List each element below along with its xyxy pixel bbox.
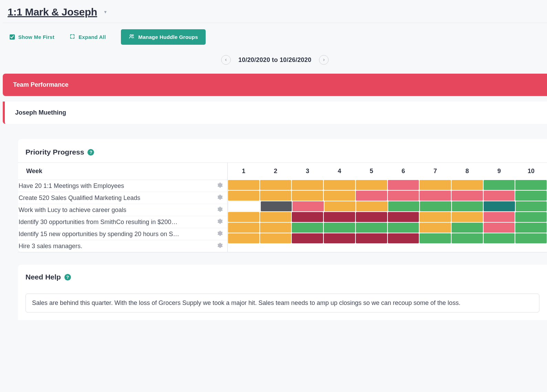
week-header-9: 9	[483, 163, 515, 180]
manage-huddle-groups-label: Manage Huddle Groups	[138, 34, 198, 40]
team-performance-section-header[interactable]: Team Performance	[3, 74, 547, 96]
heatmap-cell[interactable]	[388, 180, 419, 190]
help-icon[interactable]: ?	[87, 149, 94, 156]
priority-row-label[interactable]: Have 20 1:1 Meetings with Employees	[19, 182, 124, 190]
heatmap-row	[228, 233, 547, 244]
need-help-textbox[interactable]: Sales are behind this quarter. With the …	[25, 294, 539, 312]
heatmap-cell[interactable]	[515, 180, 547, 190]
heatmap-cell[interactable]	[356, 233, 387, 243]
title-dropdown-caret-icon[interactable]: ▼	[103, 10, 107, 14]
heatmap-row	[228, 201, 547, 212]
heatmap-cell[interactable]	[515, 233, 547, 243]
heatmap-cell[interactable]	[420, 212, 451, 222]
heatmap-cell[interactable]	[515, 212, 547, 222]
heatmap-cell[interactable]	[292, 233, 323, 243]
heatmap-cell[interactable]	[484, 180, 515, 190]
heatmap-row	[228, 212, 547, 222]
priority-row: Identify 15 new opportunities by spendin…	[18, 228, 227, 240]
heatmap-cell[interactable]	[356, 201, 388, 211]
gear-icon[interactable]	[217, 242, 223, 250]
heatmap-cell[interactable]	[324, 212, 355, 222]
person-header[interactable]: Joseph Muething	[3, 102, 547, 124]
gear-icon[interactable]	[217, 230, 223, 238]
priority-row: Hire 3 sales managers.	[18, 240, 227, 252]
week-header-6: 6	[388, 163, 420, 180]
heatmap-cell[interactable]	[261, 201, 292, 211]
heatmap-cell[interactable]	[292, 191, 323, 201]
date-range-label: 10/20/2020 to 10/26/2020	[238, 56, 311, 64]
help-icon[interactable]: ?	[64, 274, 71, 280]
heatmap-cell[interactable]	[452, 180, 483, 190]
heatmap-cell[interactable]	[420, 191, 451, 201]
heatmap-cell[interactable]	[324, 233, 355, 243]
heatmap-cell[interactable]	[452, 233, 483, 243]
priority-row-label[interactable]: Identify 30 opportunities from SmithCo r…	[19, 219, 177, 226]
heatmap-cell[interactable]	[260, 233, 291, 243]
heatmap-cell[interactable]	[420, 201, 451, 211]
heatmap-cell[interactable]	[356, 191, 387, 201]
priority-row-label[interactable]: Identify 15 new opportunities by spendin…	[19, 231, 179, 238]
heatmap-cell[interactable]	[260, 180, 291, 190]
heatmap-cell[interactable]	[452, 191, 483, 201]
heatmap-cell[interactable]	[228, 191, 259, 201]
page-title[interactable]: 1:1 Mark & Joseph	[8, 6, 97, 18]
priority-row-label[interactable]: Work with Lucy to achieve career goals	[19, 206, 126, 214]
heatmap-cell[interactable]	[388, 223, 419, 233]
heatmap-cell[interactable]	[228, 201, 260, 211]
heatmap-cell[interactable]	[515, 223, 547, 233]
manage-huddle-groups-button[interactable]: Manage Huddle Groups	[121, 29, 205, 45]
heatmap-cell[interactable]	[420, 223, 451, 233]
heatmap-cell[interactable]	[484, 223, 515, 233]
heatmap-cell[interactable]	[324, 191, 355, 201]
heatmap-cell[interactable]	[388, 191, 419, 201]
heatmap-cell[interactable]	[260, 212, 291, 222]
heatmap-cell[interactable]	[452, 201, 483, 211]
heatmap-cell[interactable]	[388, 212, 419, 222]
heatmap-cell[interactable]	[452, 223, 483, 233]
heatmap-cell[interactable]	[356, 223, 387, 233]
heatmap-cell[interactable]	[292, 201, 324, 211]
priority-row-label[interactable]: Create 520 Sales Qualified Marketing Lea…	[19, 194, 140, 202]
heatmap-cell[interactable]	[228, 180, 259, 190]
heatmap-cell[interactable]	[260, 191, 291, 201]
gear-icon[interactable]	[217, 206, 223, 214]
heatmap-cell[interactable]	[292, 223, 323, 233]
svg-point-0	[130, 35, 132, 36]
week-header-5: 5	[355, 163, 388, 180]
heatmap-cell[interactable]	[420, 233, 451, 243]
heatmap-cell[interactable]	[228, 212, 259, 222]
gear-icon[interactable]	[217, 218, 223, 226]
heatmap-cell[interactable]	[324, 180, 355, 190]
next-week-button[interactable]	[319, 55, 329, 65]
heatmap-cell[interactable]	[356, 212, 387, 222]
heatmap-cell[interactable]	[260, 223, 291, 233]
gear-icon[interactable]	[217, 182, 223, 190]
priority-row-label[interactable]: Hire 3 sales managers.	[19, 243, 82, 250]
expand-all-button[interactable]: Expand All	[70, 34, 106, 40]
heatmap-cell[interactable]	[292, 212, 323, 222]
heatmap-cell[interactable]	[484, 233, 515, 243]
heatmap-cell[interactable]	[324, 223, 355, 233]
heatmap-cell[interactable]	[324, 201, 356, 211]
gear-icon[interactable]	[217, 194, 223, 202]
heatmap-row	[228, 180, 547, 190]
heatmap-cell[interactable]	[228, 233, 259, 243]
heatmap-cell[interactable]	[452, 212, 483, 222]
prev-week-button[interactable]	[221, 55, 231, 65]
heatmap-cell[interactable]	[292, 180, 323, 190]
heatmap-cell[interactable]	[420, 180, 451, 190]
svg-point-1	[132, 34, 134, 36]
heatmap-cell[interactable]	[484, 212, 515, 222]
show-me-first-toggle[interactable]: Show Me First	[10, 34, 54, 40]
heatmap-cell[interactable]	[516, 201, 547, 211]
heatmap-cell[interactable]	[388, 201, 420, 211]
heatmap-cell[interactable]	[356, 180, 387, 190]
heatmap-cell[interactable]	[388, 233, 419, 243]
heatmap-cell[interactable]	[484, 201, 515, 211]
need-help-text: Sales are behind this quarter. With the …	[32, 299, 461, 306]
checkbox-icon	[10, 34, 15, 40]
heatmap-row	[228, 190, 547, 201]
heatmap-cell[interactable]	[228, 223, 259, 233]
heatmap-cell[interactable]	[515, 191, 547, 201]
heatmap-cell[interactable]	[484, 191, 515, 201]
